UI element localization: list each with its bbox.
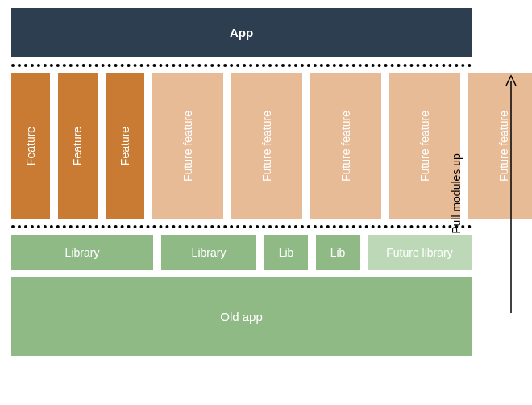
feature-label: Future feature [181, 111, 194, 182]
app-block: App [11, 8, 472, 57]
old-app-label: Old app [220, 310, 263, 324]
feature-label: Future feature [260, 111, 273, 182]
library-label: Lib [279, 246, 294, 259]
feature-block: Feature [11, 73, 50, 219]
feature-label: Future feature [339, 111, 352, 182]
library-block: Library [161, 235, 256, 270]
feature-block: Future feature [310, 73, 381, 219]
library-block: Lib [264, 235, 308, 270]
app-label: App [230, 26, 253, 40]
divider-bottom [11, 225, 472, 228]
feature-label: Feature [71, 127, 84, 165]
feature-label: Feature [24, 127, 37, 165]
pull-modules-annotation: Pull modules up [416, 73, 517, 315]
library-label: Library [65, 246, 100, 259]
library-block: Lib [316, 235, 360, 270]
diagram-stack: App FeatureFeatureFeatureFuture featureF… [11, 8, 472, 356]
features-row: FeatureFeatureFeatureFuture featureFutur… [11, 73, 472, 219]
divider-top [11, 64, 472, 67]
old-app-block: Old app [11, 277, 472, 356]
feature-block: Future feature [152, 73, 223, 219]
feature-block: Feature [106, 73, 144, 219]
library-block: Library [11, 235, 153, 270]
annotation-label: Pull modules up [450, 153, 463, 234]
arrow-up-icon [505, 73, 517, 315]
feature-block: Future feature [231, 73, 302, 219]
feature-label: Feature [118, 127, 131, 165]
library-label: Lib [330, 246, 346, 259]
library-label: Library [192, 246, 227, 259]
libraries-row: LibraryLibraryLibLibFuture library [11, 235, 472, 270]
feature-block: Feature [58, 73, 97, 219]
